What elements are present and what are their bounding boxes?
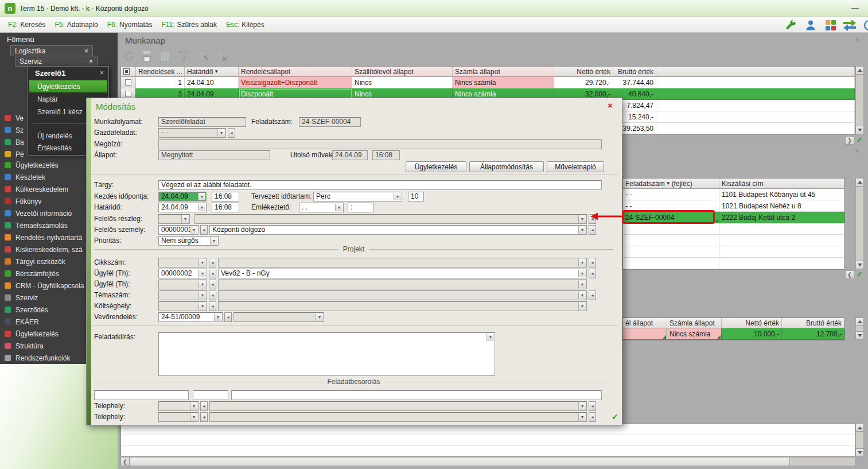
minimize-button[interactable]: — xyxy=(851,3,859,12)
header-feladatszam[interactable]: Feladatszám ▼ (fejléc) xyxy=(623,179,719,189)
lookup-button[interactable]: ◂ xyxy=(589,290,596,300)
temaszam-kod-combo[interactable]: ▾ xyxy=(158,290,207,300)
lookup-button[interactable]: ◂ xyxy=(200,401,208,411)
cell-hatarido[interactable]: 24.04.10 xyxy=(185,77,239,88)
dropdown-icon[interactable]: ▾ xyxy=(578,270,586,277)
telephely2-kod-combo[interactable]: ▾ xyxy=(158,412,198,422)
dropdown-icon[interactable]: ▾ xyxy=(181,215,189,223)
koltseghely-nev-combo[interactable]: ▾ xyxy=(218,301,587,311)
cell-szamla[interactable]: Nincs számla xyxy=(667,328,722,340)
cell-rendelesek[interactable]: 1 xyxy=(136,77,185,88)
header-rendelesek[interactable]: Rendelések ... xyxy=(136,67,185,77)
ugyfel2-kod-combo[interactable]: ▾ xyxy=(158,280,207,289)
dropdown-icon[interactable]: ▾ xyxy=(486,334,494,341)
lookup-button[interactable]: ◂ xyxy=(228,128,235,138)
cell-netto[interactable]: 10.000,- xyxy=(722,328,782,340)
header-brutto-ertek[interactable]: Bruttó érték xyxy=(613,67,656,77)
cell-cim[interactable]: 2222 Budaj Kettő utca 2 xyxy=(719,212,844,223)
dialog-confirm-check-icon[interactable]: ✓ xyxy=(612,412,618,421)
cikkszam-kod-combo[interactable]: ▾ xyxy=(158,258,207,268)
cell-rendelesallapot[interactable]: Visszaigazolt+Diszponált xyxy=(239,77,352,88)
dropdown-icon[interactable]: ▾ xyxy=(198,303,206,310)
ugyfel2-nev-combo[interactable]: ▾ xyxy=(218,280,587,289)
emlekezteto-combo[interactable]: . .▾ xyxy=(299,203,344,212)
close-icon[interactable]: × xyxy=(100,69,104,77)
window-tab-szerviz[interactable]: Szerviz × xyxy=(15,56,98,67)
table-row[interactable] xyxy=(623,258,844,269)
dropdown-icon[interactable]: ▾ xyxy=(335,204,342,211)
scroll-down-button[interactable] xyxy=(855,331,864,340)
expand-button[interactable]: ❯ xyxy=(845,136,854,145)
row-checkbox[interactable] xyxy=(121,77,136,88)
fn-f2-kereses-button[interactable]: F2: Keresés xyxy=(3,18,50,31)
cell-szamla[interactable]: Nincs számla xyxy=(453,77,554,88)
ugyfel-kod-combo[interactable]: 00000002▾ xyxy=(158,269,207,278)
dropdown-icon[interactable]: ▾ xyxy=(394,193,401,200)
telephely-kod-combo[interactable]: ▾ xyxy=(158,401,198,411)
table-row[interactable] xyxy=(623,246,844,258)
table-row[interactable] xyxy=(623,223,844,235)
besorolas-field-1[interactable] xyxy=(94,390,189,400)
lookup-button[interactable]: ◂ xyxy=(589,225,596,235)
cell-feladatszam[interactable]: - - xyxy=(623,200,719,212)
modules-grid-icon[interactable] xyxy=(824,19,837,33)
dropdown-icon[interactable]: ▾ xyxy=(578,259,586,266)
cell-szallitolevel[interactable]: Nincs xyxy=(352,77,453,88)
kezdes-ido-field[interactable]: 16:08 xyxy=(212,192,239,201)
lookup-button[interactable]: ◂ xyxy=(224,312,232,322)
dialog-close-icon[interactable]: × xyxy=(608,100,613,110)
megbizo-field[interactable] xyxy=(158,139,602,149)
feladatkiiras-textarea[interactable]: ▾ xyxy=(158,332,495,376)
lookup-button[interactable]: ◂ xyxy=(589,401,596,411)
table-row[interactable]: - - 1101 Budapest Kőbányai út 45 xyxy=(623,189,844,200)
dropdown-icon[interactable]: ▾ xyxy=(217,129,225,137)
dropdown-icon[interactable]: ▾ xyxy=(578,292,586,299)
user-icon[interactable] xyxy=(804,19,817,33)
lookup-button[interactable]: ◂ xyxy=(200,412,208,422)
horizontal-scrollbar[interactable]: ❮ xyxy=(120,457,855,466)
lookup-button[interactable]: ◂ xyxy=(209,280,216,289)
header-rendelesallapot[interactable]: Rendelésállapot xyxy=(239,67,352,77)
collapse-button[interactable]: ❮ xyxy=(845,270,854,279)
header-szamla-allapot[interactable]: Számla állapot xyxy=(453,67,554,77)
print-icon[interactable] xyxy=(140,49,154,65)
cell-feladatszam[interactable]: - - xyxy=(623,189,719,200)
cell-cim[interactable]: 1021 Budapest Nehéz u 8 xyxy=(719,200,844,212)
close-icon[interactable]: × xyxy=(89,57,93,65)
header-szamla-allapot[interactable]: Számla állapot xyxy=(667,318,722,328)
munkanap-close-icon[interactable]: × xyxy=(855,34,860,44)
filter-icon[interactable] xyxy=(177,49,190,65)
hatarido-ido-field[interactable]: 16:08 xyxy=(212,203,239,212)
fn-f5-adatnaplo-button[interactable]: F5: Adatnapló xyxy=(50,18,102,31)
close-icon[interactable]: × xyxy=(84,47,88,55)
allapot-field[interactable]: Megnyitott xyxy=(158,150,270,160)
dropdown-icon[interactable]: ▾ xyxy=(198,204,205,211)
telephely-nev-combo[interactable]: ▾ xyxy=(209,401,587,411)
besorolas-field-2[interactable] xyxy=(193,390,228,400)
scroll-left-button[interactable]: ❮ xyxy=(120,457,130,466)
cell-cim[interactable]: 1101 Budapest Kőbányai út 45 xyxy=(719,189,844,200)
felelos-szemely-kod-combo[interactable]: 00000001▾ xyxy=(158,225,198,235)
dropdown-icon[interactable]: ▾ xyxy=(578,303,586,310)
cell-szallitolevel-partial[interactable] xyxy=(623,328,667,340)
gazdafeladat-combo[interactable]: - -▾ xyxy=(158,128,226,138)
tervezett-egyseg-combo[interactable]: Perc▾ xyxy=(313,192,402,201)
ugyletkezeles-button[interactable]: Ügyletkezelés xyxy=(406,161,466,172)
kezdes-datum-combo[interactable]: 24.04.09▾ xyxy=(158,192,207,201)
table-row[interactable] xyxy=(623,235,844,246)
table-row[interactable]: 1 24.04.10 Visszaigazolt+Diszponált Ninc… xyxy=(121,77,855,88)
lookup-button[interactable]: ◂ xyxy=(200,225,208,235)
fn-f6-nyomtatas-button[interactable]: F6: Nyomtatás xyxy=(103,18,157,31)
dropdown-icon[interactable]: ▾ xyxy=(210,237,217,245)
refresh-icon[interactable] xyxy=(122,49,135,65)
prioritas-combo[interactable]: Nem sürgős▾ xyxy=(158,236,219,246)
globe-icon[interactable] xyxy=(861,19,868,33)
columns-icon[interactable] xyxy=(158,49,172,65)
invoice-scrollbar[interactable] xyxy=(855,317,864,340)
scroll-up-button[interactable] xyxy=(855,424,864,432)
cell-feladatszam[interactable]: 24-SZEF-00004 xyxy=(623,212,719,223)
emlekezteto-ido-field[interactable]: : xyxy=(348,203,373,212)
lookup-button[interactable]: ◂ xyxy=(209,269,216,278)
scroll-up-button[interactable] xyxy=(855,66,864,75)
felelos-szemely-nev-combo[interactable]: Központi dolgozó▾ xyxy=(209,225,587,235)
